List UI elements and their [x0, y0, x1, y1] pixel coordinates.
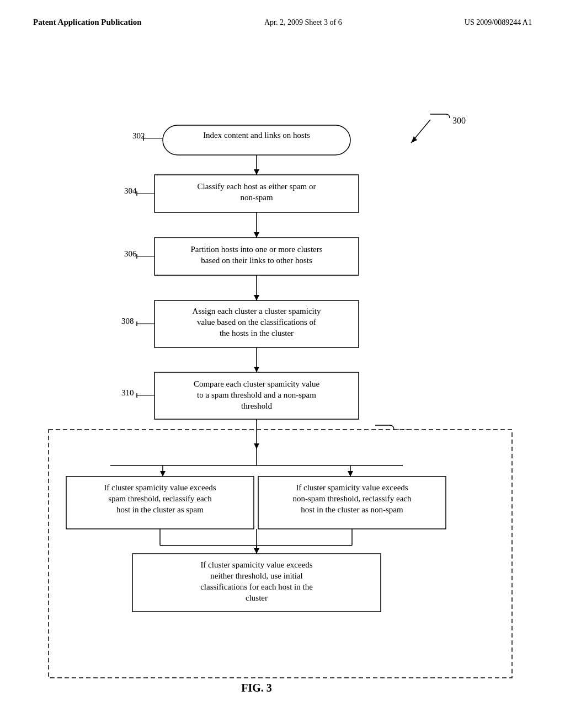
svg-marker-21	[254, 367, 259, 372]
ref310-label: 310	[121, 388, 134, 397]
box306-line2: based on their links to other hosts	[201, 256, 312, 265]
box308-line3: the hosts in the cluster	[220, 329, 294, 338]
box308-line2: value based on the classifications of	[197, 318, 316, 326]
box-bottom-line2: neither threshold, use initial	[210, 571, 302, 580]
box310-line1: Compare each cluster spamicity value	[194, 379, 320, 388]
box310-line2: to a spam threshold and a non-spam	[197, 390, 316, 399]
box302-text: Index content and links on hosts	[203, 131, 310, 140]
ref300-label: 300	[452, 116, 466, 125]
publication-label: Patent Application Publication	[33, 18, 142, 27]
box-bottom-line4: cluster	[246, 593, 268, 602]
patent-number-label: US 2009/0089244 A1	[465, 18, 532, 27]
ref306-label: 306	[124, 249, 137, 258]
ref308-label: 308	[121, 317, 134, 325]
ref304-label: 304	[124, 186, 137, 195]
box310-line3: threshold	[241, 402, 272, 410]
box-bottom-line1: If cluster spamicity value exceeds	[200, 560, 312, 569]
box-bottom-line3: classifications for each host in the	[200, 582, 313, 591]
svg-marker-6	[254, 169, 259, 175]
box-right-line3: host in the cluster as non-spam	[301, 505, 403, 514]
diagram-container: 300 Index content and links on hosts 302…	[0, 38, 565, 689]
date-sheet-label: Apr. 2, 2009 Sheet 3 of 6	[264, 18, 342, 27]
box304-line2: non-spam	[240, 193, 273, 202]
box-right-line1: If cluster spamicity value exceeds	[296, 483, 408, 492]
page-header: Patent Application Publication Apr. 2, 2…	[0, 0, 565, 27]
box-left-line3: host in the cluster as spam	[116, 505, 204, 514]
svg-marker-11	[254, 232, 259, 238]
svg-rect-2	[163, 125, 350, 155]
fig-label: FIG. 3	[241, 682, 272, 694]
ref302-label: 302	[132, 131, 145, 140]
box-left-line2: spam threshold, reclassify each	[108, 494, 212, 503]
svg-marker-16	[254, 295, 259, 301]
flowchart-svg: 300 Index content and links on hosts 302…	[0, 38, 565, 711]
box304-line1: Classify each host as either spam or	[198, 182, 316, 191]
box308-line1: Assign each cluster a cluster spamicity	[193, 307, 321, 315]
box-right-line2: non-spam threshold, reclassify each	[293, 494, 412, 503]
box-left-line1: If cluster spamicity value exceeds	[104, 483, 216, 492]
box306-line1: Partition hosts into one or more cluster…	[190, 245, 322, 254]
